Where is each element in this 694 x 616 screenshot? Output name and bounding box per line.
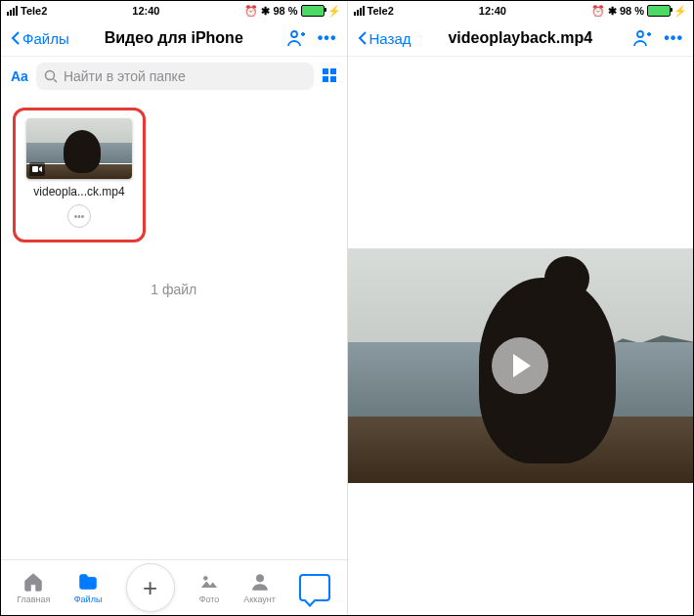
nav-bar: Файлы Видео для iPhone ••• bbox=[1, 21, 347, 57]
add-person-button[interactable] bbox=[632, 29, 652, 47]
tab-comments[interactable] bbox=[299, 574, 330, 601]
file-grid: videopla...ck.mp4 ••• 1 файл bbox=[1, 96, 347, 559]
nav-bar: Назад videoplayback.mp4 ••• bbox=[348, 21, 694, 57]
tab-photo[interactable]: Фото bbox=[198, 571, 220, 604]
battery-percent: 98 % bbox=[273, 5, 297, 17]
preview-screen: Tele2 12:40 ⏰ ✱ 98 % ⚡ Назад videoplayba… bbox=[348, 1, 694, 615]
search-input[interactable]: Найти в этой папке bbox=[36, 63, 314, 90]
battery-percent: 98 % bbox=[620, 5, 644, 17]
charging-icon: ⚡ bbox=[673, 5, 687, 18]
more-options-button[interactable]: ••• bbox=[664, 29, 683, 47]
search-icon bbox=[44, 69, 58, 83]
layout-toggle-button[interactable] bbox=[322, 67, 337, 86]
battery-icon bbox=[301, 5, 325, 17]
svg-rect-6 bbox=[32, 166, 38, 172]
video-thumbnail[interactable] bbox=[26, 118, 132, 179]
video-preview[interactable] bbox=[348, 248, 694, 483]
file-item[interactable]: videopla...ck.mp4 ••• bbox=[13, 108, 146, 242]
play-button[interactable] bbox=[492, 337, 548, 394]
back-button[interactable]: Назад bbox=[358, 30, 412, 47]
svg-rect-4 bbox=[323, 76, 328, 82]
bluetooth-icon: ✱ bbox=[608, 5, 617, 18]
charging-icon: ⚡ bbox=[327, 5, 341, 18]
page-title: Видео для iPhone bbox=[89, 29, 259, 47]
clock: 12:40 bbox=[479, 5, 506, 17]
carrier-label: Tele2 bbox=[368, 5, 394, 17]
status-bar: Tele2 12:40 ⏰ ✱ 98 % ⚡ bbox=[348, 1, 694, 21]
svg-rect-5 bbox=[330, 76, 336, 82]
chevron-left-icon bbox=[358, 30, 368, 46]
tab-home[interactable]: Главная bbox=[17, 571, 50, 604]
file-name-label: videopla...ck.mp4 bbox=[33, 185, 124, 198]
clock: 12:40 bbox=[132, 5, 159, 17]
text-size-button[interactable]: Aa bbox=[11, 68, 28, 84]
signal-icon bbox=[354, 6, 365, 16]
battery-icon bbox=[647, 5, 671, 17]
search-row: Aa Найти в этой папке bbox=[1, 57, 347, 96]
tab-account[interactable]: Аккаунт bbox=[243, 571, 276, 604]
carrier-label: Tele2 bbox=[21, 5, 47, 17]
more-options-button[interactable]: ••• bbox=[318, 29, 337, 47]
add-button[interactable]: + bbox=[126, 563, 175, 612]
add-person-button[interactable] bbox=[286, 29, 306, 47]
svg-point-9 bbox=[637, 31, 643, 37]
tab-files[interactable]: Файлы bbox=[74, 571, 103, 604]
back-button[interactable]: Файлы bbox=[11, 30, 69, 47]
svg-point-1 bbox=[45, 71, 54, 80]
svg-rect-3 bbox=[330, 68, 336, 74]
file-count-label: 1 файл bbox=[13, 282, 335, 297]
status-bar: Tele2 12:40 ⏰ ✱ 98 % ⚡ bbox=[1, 1, 347, 21]
bluetooth-icon: ✱ bbox=[261, 5, 270, 18]
svg-point-0 bbox=[291, 31, 297, 37]
chevron-left-icon bbox=[11, 30, 21, 46]
svg-point-7 bbox=[204, 577, 208, 581]
tab-bar: Главная Файлы + Фото Аккаунт bbox=[1, 559, 347, 615]
page-title: videoplayback.mp4 bbox=[436, 29, 606, 47]
video-icon bbox=[29, 162, 45, 176]
svg-rect-2 bbox=[323, 68, 328, 74]
file-more-button[interactable]: ••• bbox=[67, 204, 91, 228]
svg-point-8 bbox=[256, 575, 263, 582]
preview-area bbox=[348, 57, 694, 615]
alarm-icon: ⏰ bbox=[244, 5, 258, 18]
files-screen: Tele2 12:40 ⏰ ✱ 98 % ⚡ Файлы Видео для i… bbox=[1, 1, 348, 615]
alarm-icon: ⏰ bbox=[591, 5, 605, 18]
signal-icon bbox=[7, 6, 18, 16]
